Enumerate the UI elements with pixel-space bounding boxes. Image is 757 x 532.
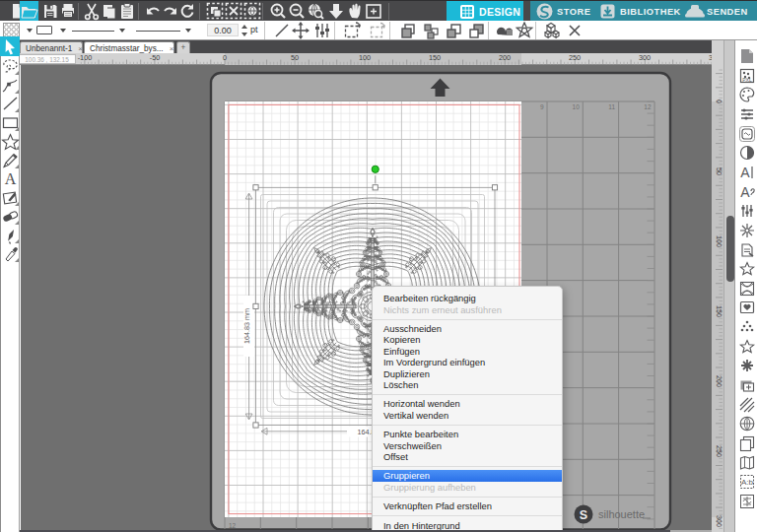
svg-text:12: 12 (644, 103, 652, 110)
svg-text:PXL: PXL (742, 77, 752, 83)
svg-text:250: 250 (715, 445, 723, 457)
svg-text:11: 11 (608, 103, 615, 110)
svg-text:50: 50 (715, 167, 723, 175)
svg-text:164.83 mm: 164.83 mm (242, 308, 251, 344)
svg-text:9: 9 (540, 103, 544, 110)
svg-text:0: 0 (715, 100, 723, 103)
svg-text:A:b: A:b (741, 478, 754, 487)
svg-text:A: A (740, 184, 750, 200)
svg-text:S: S (580, 508, 587, 522)
svg-text:10: 10 (573, 103, 581, 110)
svg-text:100: 100 (715, 235, 723, 247)
svg-text:silhouette: silhouette (598, 508, 645, 520)
svg-text:A: A (740, 165, 750, 180)
svg-text:300: 300 (715, 515, 723, 527)
svg-text:12: 12 (229, 522, 237, 529)
svg-text:A: A (5, 170, 17, 187)
svg-text:200: 200 (715, 375, 723, 387)
svg-text:150: 150 (715, 305, 723, 317)
